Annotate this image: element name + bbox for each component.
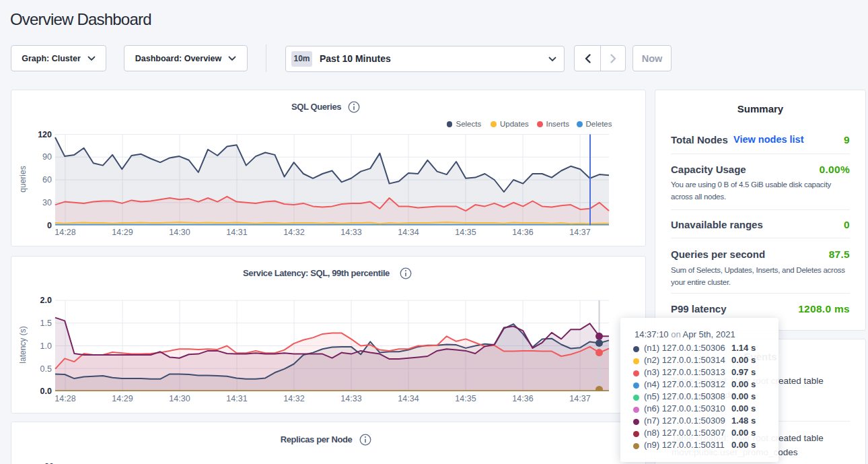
svg-text:14:31: 14:31 (226, 228, 247, 237)
svg-text:120: 120 (38, 130, 52, 139)
svg-text:14:32: 14:32 (283, 228, 304, 237)
svg-text:14:35: 14:35 (455, 394, 476, 403)
svg-text:14:37: 14:37 (569, 394, 590, 403)
svg-text:14:35: 14:35 (455, 228, 476, 237)
svg-text:14:36: 14:36 (512, 394, 533, 403)
svg-text:90: 90 (42, 152, 52, 162)
svg-text:14:29: 14:29 (112, 228, 133, 237)
svg-text:14:28: 14:28 (55, 394, 75, 403)
svg-text:14:30: 14:30 (169, 228, 190, 237)
svg-text:0: 0 (47, 221, 52, 230)
svg-text:latency (s): latency (s) (18, 326, 28, 363)
svg-text:14:29: 14:29 (112, 394, 133, 403)
svg-text:14:37: 14:37 (569, 228, 590, 237)
svg-text:1.5: 1.5 (40, 319, 52, 328)
svg-text:14:36: 14:36 (512, 228, 533, 237)
svg-text:30: 30 (42, 198, 52, 207)
svg-text:14:32: 14:32 (283, 394, 304, 403)
svg-text:14:33: 14:33 (340, 228, 361, 237)
svg-text:queries: queries (18, 166, 28, 192)
svg-text:14:28: 14:28 (55, 228, 75, 237)
svg-text:14:31: 14:31 (226, 394, 247, 403)
svg-text:60: 60 (42, 175, 52, 185)
svg-text:0.5: 0.5 (40, 364, 52, 374)
svg-text:14:34: 14:34 (398, 394, 419, 403)
svg-text:1.0: 1.0 (40, 341, 52, 351)
svg-text:0.0: 0.0 (40, 387, 52, 396)
svg-text:14:34: 14:34 (398, 228, 419, 237)
svg-text:2.0: 2.0 (40, 296, 52, 305)
svg-text:14:33: 14:33 (340, 394, 361, 403)
svg-text:14:30: 14:30 (169, 394, 190, 403)
